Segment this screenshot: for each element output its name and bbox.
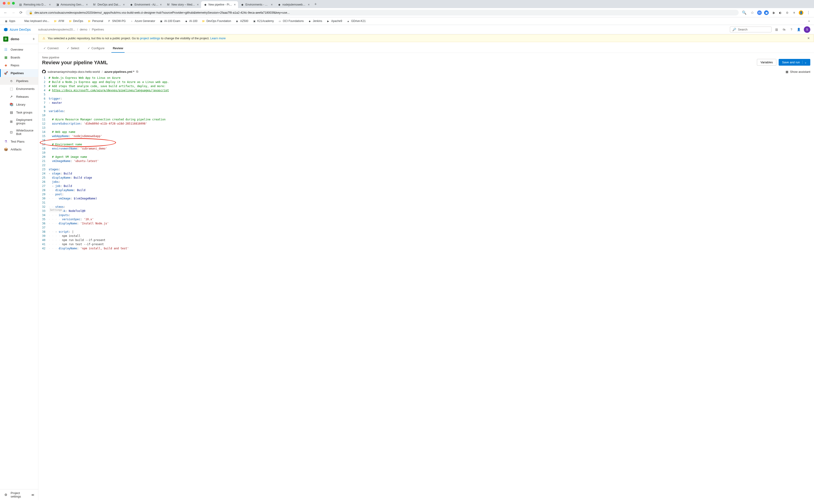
bookmark-item[interactable]: ▦Apps bbox=[3, 18, 17, 24]
browser-tab[interactable]: ◆Environments - Pipeline× bbox=[238, 1, 275, 8]
browser-tab[interactable]: ◨Announcing General Av× bbox=[53, 1, 90, 8]
zoom-icon[interactable]: 🔍 bbox=[741, 9, 747, 16]
wizard-step-configure[interactable]: ✓Configure bbox=[86, 44, 106, 53]
browser-menu-button[interactable]: ⋮ bbox=[806, 9, 811, 16]
bookmark-item[interactable]: ◆AI-100 bbox=[183, 18, 199, 24]
tab-close-icon[interactable]: × bbox=[308, 3, 310, 6]
sidebar-sub-task-groups[interactable]: ▤Task groups bbox=[0, 108, 38, 116]
browser-tab[interactable]: ◆nodejsdemowebapp - × bbox=[275, 1, 312, 8]
user-settings-icon[interactable]: 👤 bbox=[796, 27, 801, 32]
sidebar-item-artifacts[interactable]: 📦Artifacts bbox=[0, 145, 38, 153]
shopping-bag-icon[interactable]: 🛍 bbox=[782, 27, 786, 32]
bookmark-item[interactable]: ▲GDrive-K21 bbox=[345, 18, 367, 24]
breadcrumb-item[interactable]: Pipelines bbox=[92, 28, 104, 31]
pipelines-icon: 🚀 bbox=[4, 71, 8, 75]
bookmark-item[interactable]: ◆Jenkins bbox=[306, 18, 324, 24]
save-and-run-button[interactable]: Save and run⌄ bbox=[779, 59, 810, 66]
bookmark-item[interactable]: 📁AYM bbox=[52, 18, 65, 24]
bookmarks-overflow[interactable]: » bbox=[807, 18, 811, 24]
breadcrumb-item[interactable]: subuazuredevopsdemo20... bbox=[38, 28, 75, 31]
sub-icon: ⎋ bbox=[9, 79, 13, 83]
browser-tab[interactable]: MDevOps and Databases× bbox=[90, 1, 127, 8]
project-settings-link-inline[interactable]: project settings bbox=[140, 37, 160, 40]
new-item-button[interactable]: + bbox=[32, 37, 35, 42]
sidebar-sub-library[interactable]: 📚Library bbox=[0, 101, 38, 108]
sidebar-sub-pipelines[interactable]: ⎋Pipelines bbox=[0, 77, 38, 85]
breadcrumb-item[interactable]: demo bbox=[80, 28, 87, 31]
profile-avatar-icon[interactable]: 👤 bbox=[799, 10, 803, 15]
sidebar-item-test-plans[interactable]: ⚗Test Plans bbox=[0, 137, 38, 145]
chevron-down-icon[interactable]: ⌄ bbox=[802, 61, 807, 64]
mac-close-button[interactable] bbox=[3, 2, 6, 5]
tab-close-icon[interactable]: × bbox=[160, 3, 162, 6]
bookmark-item[interactable]: ▣K21Academy bbox=[251, 18, 275, 24]
wizard-step-review[interactable]: Review bbox=[111, 44, 125, 53]
sidebar-item-overview[interactable]: ☷Overview bbox=[0, 46, 38, 53]
close-icon[interactable]: ✕ bbox=[807, 37, 810, 40]
copy-icon[interactable]: ⧉ bbox=[136, 70, 138, 73]
bookmark-icon: ▶ bbox=[326, 19, 330, 23]
ext-icon-5[interactable]: ⊙ bbox=[785, 10, 790, 15]
bookmark-item[interactable]: ▶Apache9 bbox=[325, 18, 343, 24]
search-input[interactable]: 🔎 Search bbox=[730, 27, 771, 32]
browser-tab[interactable]: MNew story – Medium× bbox=[164, 1, 201, 8]
ext-icon-1[interactable]: m bbox=[757, 10, 762, 15]
browser-tab[interactable]: ▤Remoting into DevOps× bbox=[16, 1, 53, 8]
star-icon[interactable]: ☆ bbox=[750, 9, 755, 16]
browser-forward-button[interactable]: → bbox=[11, 10, 16, 16]
collapse-icon[interactable]: ≪ bbox=[31, 493, 34, 497]
bookmark-item[interactable]: ▣AI-100 Exam bbox=[158, 18, 181, 24]
sidebar-sub-whitesource-bolt[interactable]: ⊡WhiteSource Bolt bbox=[0, 127, 38, 137]
sidebar-item-boards[interactable]: ▦Boards bbox=[0, 53, 38, 61]
bookmark-icon: ○ bbox=[130, 19, 134, 23]
yaml-editor[interactable]: 1234567891011121314151617181920212223242… bbox=[42, 76, 810, 250]
mac-maximize-button[interactable] bbox=[12, 2, 15, 5]
browser-tab-strip: ▤Remoting into DevOps×◨Announcing Genera… bbox=[0, 0, 814, 8]
bookmark-item[interactable]: Mac keyboard sho... bbox=[18, 18, 51, 24]
sidebar-sub-deployment-groups[interactable]: ⊞Deployment groups bbox=[0, 116, 38, 127]
bookmark-item[interactable]: PSNOW-PG bbox=[106, 18, 127, 24]
wizard-step-select[interactable]: ✓Select bbox=[65, 44, 80, 53]
new-tab-button[interactable]: + bbox=[312, 0, 319, 8]
ext-icon-4[interactable]: ◐ bbox=[778, 10, 783, 15]
help-icon[interactable]: ? bbox=[789, 27, 794, 32]
sidebar-sub-environments[interactable]: ⬚Environments bbox=[0, 85, 38, 93]
browser-tab[interactable]: ◆Environment - Azure Pi× bbox=[127, 1, 164, 8]
ext-icon-2[interactable]: ▣ bbox=[764, 10, 769, 15]
code-area[interactable]: # Node.js Express Web App to Linux on Az… bbox=[49, 76, 169, 250]
browser-url-input[interactable]: 🔒 dev.azure.com/subuazuredevopsdemo2020/… bbox=[26, 10, 739, 15]
bookmark-item[interactable]: 📁DevOps bbox=[67, 18, 85, 24]
tab-close-icon[interactable]: × bbox=[123, 3, 125, 6]
tab-close-icon[interactable]: × bbox=[49, 3, 51, 6]
repo-path[interactable]: subramaniaym/nodejs-docs-hello-world bbox=[48, 70, 100, 73]
azure-devops-logo[interactable]: Azure DevOps bbox=[4, 27, 31, 32]
ext-icon-3[interactable]: ◑ bbox=[771, 10, 776, 15]
file-name[interactable]: azure-pipelines.yml * bbox=[104, 70, 134, 73]
show-assistant-button[interactable]: ▦ Show assistant bbox=[786, 70, 810, 73]
wizard-step-connect[interactable]: ✓Connect bbox=[42, 44, 60, 53]
bookmark-item[interactable]: ▭OCI Foundations bbox=[277, 18, 305, 24]
sidebar-sub-releases[interactable]: ↗Releases bbox=[0, 93, 38, 101]
tab-close-icon[interactable]: × bbox=[271, 3, 273, 6]
variables-button[interactable]: Variables bbox=[757, 59, 776, 66]
tab-close-icon[interactable]: × bbox=[86, 3, 88, 6]
mac-minimize-button[interactable] bbox=[7, 2, 10, 5]
marketplace-icon[interactable]: ▥ bbox=[774, 27, 779, 32]
tab-close-icon[interactable]: × bbox=[197, 3, 199, 6]
avatar[interactable]: S bbox=[804, 26, 810, 33]
browser-tab[interactable]: ◆New pipeline - Pipelines× bbox=[201, 1, 238, 8]
browser-reload-button[interactable]: ⟳ bbox=[18, 9, 23, 16]
browser-back-button[interactable]: ← bbox=[3, 10, 8, 16]
bookmark-item[interactable]: 📁Personal bbox=[86, 18, 104, 24]
settings-code-lens[interactable]: Settings bbox=[49, 208, 63, 212]
bookmark-item[interactable]: ○Azure Generator bbox=[129, 18, 157, 24]
tab-close-icon[interactable]: × bbox=[234, 3, 236, 6]
project-settings-link[interactable]: ⚙ Project settings ≪ bbox=[0, 489, 38, 500]
sidebar-item-pipelines[interactable]: 🚀Pipelines bbox=[0, 69, 38, 77]
ext-icon-6[interactable]: ≡ bbox=[792, 10, 796, 15]
bookmark-item[interactable]: 📁DevOps Foundation bbox=[200, 18, 233, 24]
sidebar-item-repos[interactable]: ◈Repos bbox=[0, 61, 38, 69]
bookmark-item[interactable]: ◉AZ500 bbox=[234, 18, 250, 24]
project-header[interactable]: D demo + bbox=[0, 34, 38, 44]
learn-more-link[interactable]: Learn more bbox=[210, 37, 226, 40]
